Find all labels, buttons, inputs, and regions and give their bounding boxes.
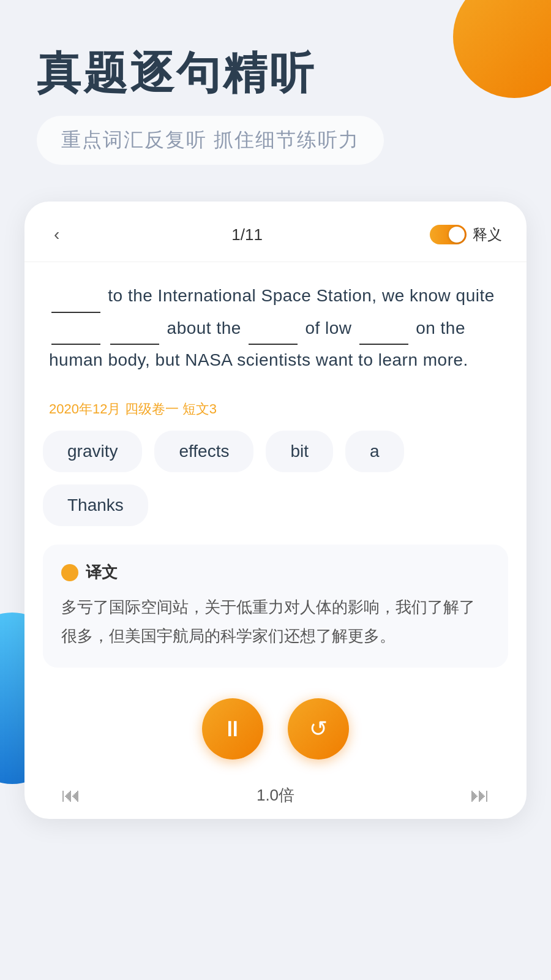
main-title: 真题逐句精听 xyxy=(37,49,514,97)
sentence-area: to the International Space Station, we k… xyxy=(24,262,527,388)
word-chip-effects[interactable]: effects xyxy=(154,431,253,472)
definition-toggle[interactable] xyxy=(430,225,467,244)
play-pause-icon: ⏸ xyxy=(222,716,244,742)
sentence-counter: 1/11 xyxy=(231,225,263,244)
translation-text: 多亏了国际空间站，关于低重力对人体的影响，我们了解了很多，但美国宇航局的科学家们… xyxy=(61,593,490,650)
replay-button[interactable]: ↺ xyxy=(288,698,349,760)
sentence-part-1: to the International Space Station, we k… xyxy=(108,286,495,305)
next-button[interactable]: ⏭ xyxy=(470,784,490,807)
replay-icon: ↺ xyxy=(309,716,328,742)
subtitle-box: 重点词汇反复听 抓住细节练听力 xyxy=(37,116,384,165)
translation-icon xyxy=(61,564,78,581)
word-chip-bit[interactable]: bit xyxy=(266,431,333,472)
subtitle-text: 重点词汇反复听 抓住细节练听力 xyxy=(61,129,359,151)
toggle-thumb xyxy=(449,227,465,243)
blank-3 xyxy=(110,313,159,345)
word-chip-gravity[interactable]: gravity xyxy=(43,431,142,472)
bottom-controls: ⏸ ↺ xyxy=(24,686,527,766)
blank-4 xyxy=(249,313,298,345)
toggle-label: 释义 xyxy=(473,225,502,244)
sentence-part-3: of low xyxy=(305,318,356,337)
toggle-area: 释义 xyxy=(430,225,502,244)
translation-header: 译文 xyxy=(61,562,490,583)
speed-label[interactable]: 1.0倍 xyxy=(257,785,294,806)
sentence-part-2: about the xyxy=(167,318,247,337)
translation-title: 译文 xyxy=(86,562,118,583)
translation-section: 译文 多亏了国际空间站，关于低重力对人体的影响，我们了解了很多，但美国宇航局的科… xyxy=(43,545,508,668)
blank-2 xyxy=(51,313,100,345)
source-info: 2020年12月 四级卷一 短文3 xyxy=(24,400,527,418)
header-section: 真题逐句精听 重点词汇反复听 抓住细节练听力 xyxy=(0,0,551,177)
blank-1 xyxy=(51,281,100,312)
sentence-text: to the International Space Station, we k… xyxy=(49,281,502,375)
main-card: ‹ 1/11 释义 to the International Space Sta… xyxy=(24,202,527,819)
prev-button[interactable]: ⏮ xyxy=(61,784,81,807)
word-options: gravity effects bit a Thanks xyxy=(24,418,527,538)
bottom-bar: ⏮ 1.0倍 ⏭ xyxy=(24,772,527,819)
word-chip-thanks[interactable]: Thanks xyxy=(43,484,148,526)
play-pause-button[interactable]: ⏸ xyxy=(202,698,263,760)
back-button[interactable]: ‹ xyxy=(49,220,64,249)
blank-5 xyxy=(359,313,408,345)
card-nav: ‹ 1/11 释义 xyxy=(24,202,527,262)
word-chip-a[interactable]: a xyxy=(345,431,404,472)
